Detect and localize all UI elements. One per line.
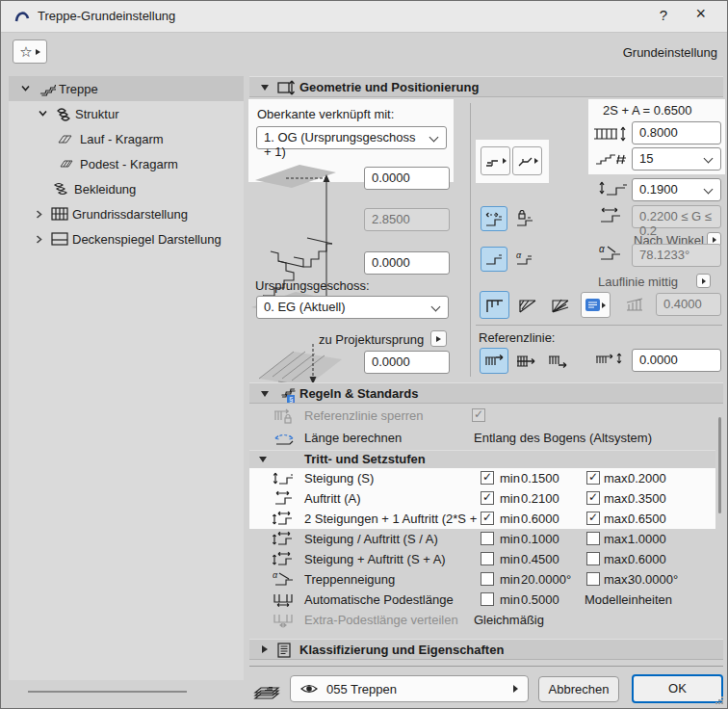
min-checkbox[interactable]: [481, 592, 494, 606]
sloped-step-toggle[interactable]: α: [511, 247, 538, 272]
help-button[interactable]: ?: [660, 7, 667, 23]
reference-lock-icon: [273, 407, 292, 424]
flyout-arrow-icon: [503, 158, 507, 164]
ref-offset-icon: [594, 352, 627, 369]
extra-landing-value: Gleichmäßig: [474, 613, 544, 627]
min-checkbox[interactable]: [481, 491, 494, 505]
bottom-offset-field[interactable]: 0.0000: [364, 251, 450, 275]
min-checkbox[interactable]: [481, 532, 494, 545]
flyout-arrow-icon: [36, 49, 40, 55]
layer-select[interactable]: 055 Treppen: [290, 675, 529, 702]
ref-offset-field[interactable]: 0.0000: [632, 349, 721, 372]
max-checkbox[interactable]: [586, 552, 600, 565]
geometry-icon: [276, 79, 298, 96]
chevron-right-icon[interactable]: [34, 234, 45, 246]
ref-line-right-button[interactable]: [543, 348, 572, 374]
top-offset-field[interactable]: 0.0000: [364, 167, 450, 190]
min-checkbox[interactable]: [481, 512, 494, 525]
lock-checkbox: [472, 408, 485, 422]
title-bar[interactable]: Treppe-Grundeinstellung ? ×: [1, 1, 727, 33]
flyout-arrow-icon: [436, 336, 441, 342]
riser-going-ratio-icon: [273, 531, 292, 547]
sidebar-item-lauf-kragarm[interactable]: Lauf - Kragarm: [9, 126, 244, 151]
stair-3d-icon: [37, 80, 56, 97]
section-divider: [476, 325, 722, 326]
collapse-triangle-icon[interactable]: [261, 391, 269, 397]
walkline-flyout-button[interactable]: [696, 274, 711, 288]
max-checkbox[interactable]: [586, 471, 600, 485]
baseline-type-button[interactable]: [481, 146, 510, 175]
chevron-down-icon: [704, 185, 714, 195]
min-checkbox[interactable]: [481, 572, 494, 586]
rule-row-2s-plus-a[interactable]: 2 Steigungen + 1 Auftritt (2*S + . min 0…: [249, 509, 715, 529]
chevron-right-icon[interactable]: [34, 209, 45, 221]
rules-scrollbar[interactable]: [718, 417, 721, 513]
segment-type-button[interactable]: [512, 146, 542, 175]
landing-unit-value[interactable]: Modelleinheiten: [585, 592, 672, 607]
ok-button[interactable]: OK: [632, 674, 723, 703]
riser-height-select[interactable]: 0.1900: [632, 178, 721, 201]
length-mode-value[interactable]: Entlang des Bogens (Altsystem): [474, 431, 652, 445]
chevron-down-icon[interactable]: [20, 83, 32, 94]
section-rules-header[interactable]: § Regeln & Standards: [249, 382, 723, 404]
sidebar-item-deckenspiegel[interactable]: Deckenspiegel Darstellung: [9, 226, 244, 251]
shape-winder-button[interactable]: [512, 291, 542, 319]
expand-triangle-icon[interactable]: [262, 645, 268, 653]
ref-line-left-button[interactable]: [480, 348, 508, 374]
project-origin-flyout-button[interactable]: [430, 330, 447, 347]
project-origin-field[interactable]: 0.0000: [364, 351, 450, 374]
eye-icon: [300, 683, 318, 695]
cancel-button[interactable]: Abbrechen: [538, 676, 619, 702]
resize-grip[interactable]: [715, 696, 724, 705]
sidebar-item-treppe[interactable]: Treppe: [9, 76, 244, 101]
rule-row-landing-length[interactable]: Automatische Podestlänge min 0.5000 Mode…: [249, 590, 715, 610]
flyout-arrow-icon: [602, 302, 606, 308]
top-link-select[interactable]: 1. OG (Ursprungsgeschoss + 1): [256, 126, 447, 149]
riser-locked-toggle[interactable]: [511, 206, 538, 231]
svg-text:α: α: [516, 251, 522, 260]
walkline-offset-icon: [625, 295, 650, 314]
going-fixed-toggle[interactable]: [481, 206, 507, 231]
min-checkbox[interactable]: [481, 471, 494, 485]
rule-row-going[interactable]: Auftritt (A) min 0.2100 max. 0.3500: [249, 488, 715, 509]
rule-row-riser[interactable]: Steigung (S) min 0.1500 max. 0.2000: [249, 468, 715, 488]
chevron-down-icon[interactable]: [38, 108, 49, 119]
rule-row-s-div-a[interactable]: Steigung / Auftritt (S / A) min 0.1000 m…: [249, 529, 715, 549]
ref-line-center-button[interactable]: [511, 348, 540, 374]
min-checkbox[interactable]: [481, 552, 494, 565]
max-checkbox[interactable]: [586, 532, 600, 545]
shape-more-menu-button[interactable]: [581, 292, 611, 318]
collapse-triangle-icon[interactable]: [261, 85, 269, 91]
max-checkbox[interactable]: [586, 491, 600, 505]
close-button[interactable]: ×: [695, 4, 706, 24]
sidebar-item-grundrissdarstellung[interactable]: Grundrissdarstellung: [9, 201, 244, 226]
sidebar-item-bekleidung[interactable]: Bekleidung: [9, 176, 244, 201]
chevron-down-icon: [431, 302, 441, 312]
cladding-icon: [51, 180, 70, 197]
sidebar-item-struktur[interactable]: Struktur: [9, 101, 244, 126]
shape-straight-button[interactable]: [480, 291, 509, 319]
flat-step-toggle[interactable]: [481, 247, 507, 272]
panel-splitter[interactable]: [28, 691, 187, 693]
stair-settings-dialog: Treppe-Grundeinstellung ? × ☆ Grundeinst…: [0, 0, 728, 709]
settings-tree: Treppe Struktur Lauf - Kragarm Podest - …: [9, 76, 244, 680]
stair-width-field[interactable]: 0.8000: [632, 121, 721, 144]
riser-count-select[interactable]: 15: [632, 147, 721, 171]
origin-story-select[interactable]: 0. EG (Aktuell): [256, 296, 449, 319]
section-geometry-header[interactable]: Geometrie und Positionierung: [249, 76, 723, 97]
rule-row-extra-landing: Extra-Podestlänge verteilen Gleichmäßig: [249, 610, 715, 630]
sidebar-item-podest-kragarm[interactable]: Podest - Kragarm: [9, 151, 244, 176]
max-checkbox[interactable]: [586, 512, 600, 525]
rule-row-length[interactable]: Länge berechnen Entlang des Bogens (Alts…: [249, 428, 715, 448]
max-checkbox[interactable]: [586, 572, 600, 586]
shape-spiral-button[interactable]: [545, 291, 575, 319]
collapse-triangle-icon[interactable]: [259, 457, 267, 462]
tread-riser-subheader[interactable]: Tritt- und Setzstufen: [249, 450, 715, 468]
rule-row-s-plus-a[interactable]: Steigung + Auftritt (S + A) min 0.4500 m…: [249, 549, 715, 569]
riser-height-icon: [273, 470, 292, 486]
section-classification-header[interactable]: Klassifizierung und Eigenschaften: [249, 639, 723, 660]
chevron-down-icon: [429, 133, 439, 143]
favorites-button[interactable]: ☆: [13, 39, 47, 64]
rule-row-slope[interactable]: α Treppenneigung min 20.0000° max. 30.00…: [249, 569, 715, 590]
going-icon: [598, 207, 627, 224]
